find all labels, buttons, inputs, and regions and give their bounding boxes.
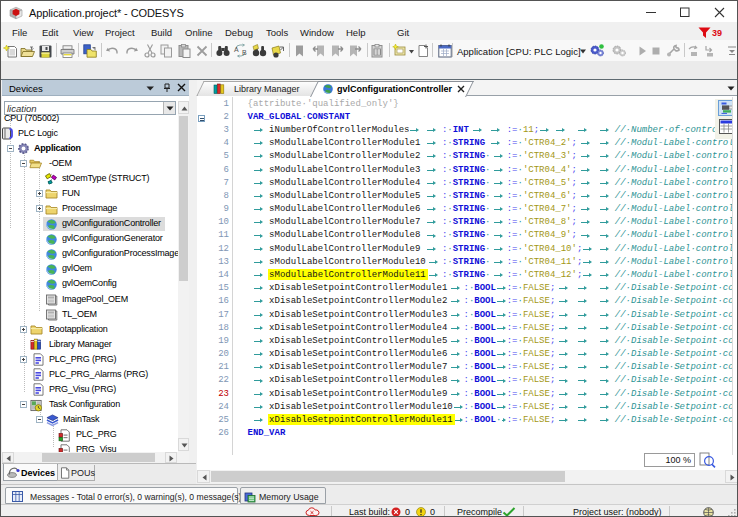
svg-text:A: A	[234, 46, 239, 53]
svg-text:B: B	[242, 49, 247, 56]
